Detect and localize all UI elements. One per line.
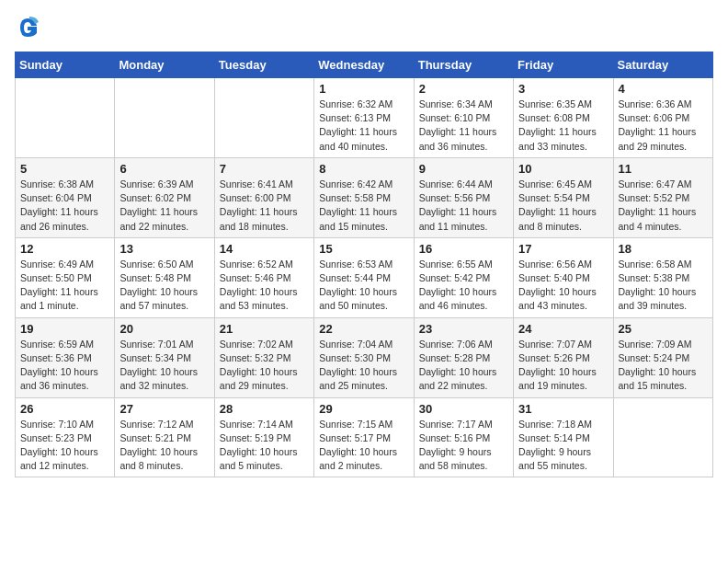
calendar-cell: 2Sunrise: 6:34 AM Sunset: 6:10 PM Daylig… bbox=[414, 78, 513, 158]
day-info: Sunrise: 7:01 AM Sunset: 5:34 PM Dayligh… bbox=[119, 338, 209, 394]
day-number: 17 bbox=[518, 242, 608, 256]
calendar-cell: 20Sunrise: 7:01 AM Sunset: 5:34 PM Dayli… bbox=[115, 317, 214, 397]
weekday-header-cell: Friday bbox=[514, 52, 613, 78]
day-number: 11 bbox=[619, 162, 708, 176]
logo bbox=[15, 15, 44, 40]
day-info: Sunrise: 6:35 AM Sunset: 6:08 PM Dayligh… bbox=[518, 98, 608, 154]
day-number: 29 bbox=[319, 402, 408, 416]
calendar-cell: 9Sunrise: 6:44 AM Sunset: 5:56 PM Daylig… bbox=[414, 157, 513, 237]
day-number: 27 bbox=[119, 402, 209, 416]
calendar-cell: 25Sunrise: 7:09 AM Sunset: 5:24 PM Dayli… bbox=[613, 317, 712, 397]
day-number: 7 bbox=[220, 162, 309, 176]
day-number: 22 bbox=[319, 322, 408, 336]
calendar-week-row: 1Sunrise: 6:32 AM Sunset: 6:13 PM Daylig… bbox=[16, 78, 713, 158]
day-info: Sunrise: 7:06 AM Sunset: 5:28 PM Dayligh… bbox=[419, 338, 508, 394]
calendar-cell: 14Sunrise: 6:52 AM Sunset: 5:46 PM Dayli… bbox=[214, 237, 313, 317]
day-info: Sunrise: 6:50 AM Sunset: 5:48 PM Dayligh… bbox=[119, 258, 209, 314]
day-info: Sunrise: 6:38 AM Sunset: 6:04 PM Dayligh… bbox=[20, 178, 109, 234]
day-number: 26 bbox=[20, 402, 109, 416]
day-number: 16 bbox=[419, 242, 508, 256]
day-info: Sunrise: 6:49 AM Sunset: 5:50 PM Dayligh… bbox=[20, 258, 109, 314]
weekday-header-cell: Sunday bbox=[16, 52, 115, 78]
calendar-week-row: 12Sunrise: 6:49 AM Sunset: 5:50 PM Dayli… bbox=[16, 237, 713, 317]
calendar-week-row: 26Sunrise: 7:10 AM Sunset: 5:23 PM Dayli… bbox=[16, 397, 713, 477]
day-number: 15 bbox=[319, 242, 408, 256]
day-number: 8 bbox=[319, 162, 408, 176]
day-number: 30 bbox=[419, 402, 508, 416]
weekday-header-cell: Wednesday bbox=[314, 52, 414, 78]
day-info: Sunrise: 6:39 AM Sunset: 6:02 PM Dayligh… bbox=[119, 178, 209, 234]
day-number: 9 bbox=[419, 162, 508, 176]
day-info: Sunrise: 7:15 AM Sunset: 5:17 PM Dayligh… bbox=[319, 418, 408, 474]
day-info: Sunrise: 7:09 AM Sunset: 5:24 PM Dayligh… bbox=[619, 338, 708, 394]
day-info: Sunrise: 6:32 AM Sunset: 6:13 PM Dayligh… bbox=[319, 98, 408, 154]
day-info: Sunrise: 6:52 AM Sunset: 5:46 PM Dayligh… bbox=[220, 258, 309, 314]
calendar-cell bbox=[613, 397, 712, 477]
page-header bbox=[15, 15, 713, 40]
day-number: 4 bbox=[619, 82, 708, 96]
day-info: Sunrise: 6:36 AM Sunset: 6:06 PM Dayligh… bbox=[619, 98, 708, 154]
calendar-cell: 24Sunrise: 7:07 AM Sunset: 5:26 PM Dayli… bbox=[514, 317, 613, 397]
day-number: 13 bbox=[119, 242, 209, 256]
day-number: 14 bbox=[220, 242, 309, 256]
weekday-header-cell: Tuesday bbox=[214, 52, 313, 78]
day-number: 3 bbox=[518, 82, 608, 96]
day-info: Sunrise: 7:02 AM Sunset: 5:32 PM Dayligh… bbox=[220, 338, 309, 394]
calendar-cell: 26Sunrise: 7:10 AM Sunset: 5:23 PM Dayli… bbox=[16, 397, 115, 477]
weekday-header-cell: Thursday bbox=[414, 52, 513, 78]
day-info: Sunrise: 7:10 AM Sunset: 5:23 PM Dayligh… bbox=[20, 418, 109, 474]
weekday-header-row: SundayMondayTuesdayWednesdayThursdayFrid… bbox=[16, 52, 713, 78]
calendar-cell: 28Sunrise: 7:14 AM Sunset: 5:19 PM Dayli… bbox=[214, 397, 313, 477]
calendar-cell: 13Sunrise: 6:50 AM Sunset: 5:48 PM Dayli… bbox=[115, 237, 214, 317]
day-number: 6 bbox=[119, 162, 209, 176]
weekday-header-cell: Monday bbox=[115, 52, 214, 78]
calendar-cell: 3Sunrise: 6:35 AM Sunset: 6:08 PM Daylig… bbox=[514, 78, 613, 158]
calendar-cell: 23Sunrise: 7:06 AM Sunset: 5:28 PM Dayli… bbox=[414, 317, 513, 397]
day-info: Sunrise: 6:34 AM Sunset: 6:10 PM Dayligh… bbox=[419, 98, 508, 154]
calendar-cell: 29Sunrise: 7:15 AM Sunset: 5:17 PM Dayli… bbox=[314, 397, 414, 477]
day-number: 31 bbox=[518, 402, 608, 416]
day-info: Sunrise: 6:44 AM Sunset: 5:56 PM Dayligh… bbox=[419, 178, 508, 234]
calendar-cell: 27Sunrise: 7:12 AM Sunset: 5:21 PM Dayli… bbox=[115, 397, 214, 477]
calendar-cell: 8Sunrise: 6:42 AM Sunset: 5:58 PM Daylig… bbox=[314, 157, 414, 237]
day-info: Sunrise: 7:07 AM Sunset: 5:26 PM Dayligh… bbox=[518, 338, 608, 394]
day-info: Sunrise: 6:59 AM Sunset: 5:36 PM Dayligh… bbox=[20, 338, 109, 394]
calendar-cell: 12Sunrise: 6:49 AM Sunset: 5:50 PM Dayli… bbox=[16, 237, 115, 317]
day-number: 21 bbox=[220, 322, 309, 336]
day-info: Sunrise: 6:56 AM Sunset: 5:40 PM Dayligh… bbox=[518, 258, 608, 314]
day-number: 24 bbox=[518, 322, 608, 336]
calendar-cell bbox=[115, 78, 214, 158]
calendar-cell: 5Sunrise: 6:38 AM Sunset: 6:04 PM Daylig… bbox=[16, 157, 115, 237]
calendar-cell: 10Sunrise: 6:45 AM Sunset: 5:54 PM Dayli… bbox=[514, 157, 613, 237]
day-info: Sunrise: 7:12 AM Sunset: 5:21 PM Dayligh… bbox=[119, 418, 209, 474]
calendar-cell: 11Sunrise: 6:47 AM Sunset: 5:52 PM Dayli… bbox=[613, 157, 712, 237]
day-info: Sunrise: 6:58 AM Sunset: 5:38 PM Dayligh… bbox=[619, 258, 708, 314]
day-number: 12 bbox=[20, 242, 109, 256]
calendar-week-row: 19Sunrise: 6:59 AM Sunset: 5:36 PM Dayli… bbox=[16, 317, 713, 397]
calendar-cell: 19Sunrise: 6:59 AM Sunset: 5:36 PM Dayli… bbox=[16, 317, 115, 397]
day-info: Sunrise: 7:14 AM Sunset: 5:19 PM Dayligh… bbox=[220, 418, 309, 474]
calendar-cell bbox=[16, 78, 115, 158]
calendar-cell: 21Sunrise: 7:02 AM Sunset: 5:32 PM Dayli… bbox=[214, 317, 313, 397]
calendar-cell: 22Sunrise: 7:04 AM Sunset: 5:30 PM Dayli… bbox=[314, 317, 414, 397]
day-number: 1 bbox=[319, 82, 408, 96]
day-info: Sunrise: 6:55 AM Sunset: 5:42 PM Dayligh… bbox=[419, 258, 508, 314]
calendar-cell bbox=[214, 78, 313, 158]
day-info: Sunrise: 7:17 AM Sunset: 5:16 PM Dayligh… bbox=[419, 418, 508, 474]
logo-icon bbox=[15, 15, 40, 40]
weekday-header-cell: Saturday bbox=[613, 52, 712, 78]
day-info: Sunrise: 7:04 AM Sunset: 5:30 PM Dayligh… bbox=[319, 338, 408, 394]
day-info: Sunrise: 7:18 AM Sunset: 5:14 PM Dayligh… bbox=[518, 418, 608, 474]
calendar-cell: 1Sunrise: 6:32 AM Sunset: 6:13 PM Daylig… bbox=[314, 78, 414, 158]
day-number: 23 bbox=[419, 322, 508, 336]
calendar-table: SundayMondayTuesdayWednesdayThursdayFrid… bbox=[15, 52, 713, 477]
day-number: 28 bbox=[220, 402, 309, 416]
day-number: 10 bbox=[518, 162, 608, 176]
day-info: Sunrise: 6:45 AM Sunset: 5:54 PM Dayligh… bbox=[518, 178, 608, 234]
calendar-week-row: 5Sunrise: 6:38 AM Sunset: 6:04 PM Daylig… bbox=[16, 157, 713, 237]
calendar-cell: 4Sunrise: 6:36 AM Sunset: 6:06 PM Daylig… bbox=[613, 78, 712, 158]
calendar-body: 1Sunrise: 6:32 AM Sunset: 6:13 PM Daylig… bbox=[16, 78, 713, 477]
day-number: 25 bbox=[619, 322, 708, 336]
day-info: Sunrise: 6:53 AM Sunset: 5:44 PM Dayligh… bbox=[319, 258, 408, 314]
calendar-cell: 30Sunrise: 7:17 AM Sunset: 5:16 PM Dayli… bbox=[414, 397, 513, 477]
